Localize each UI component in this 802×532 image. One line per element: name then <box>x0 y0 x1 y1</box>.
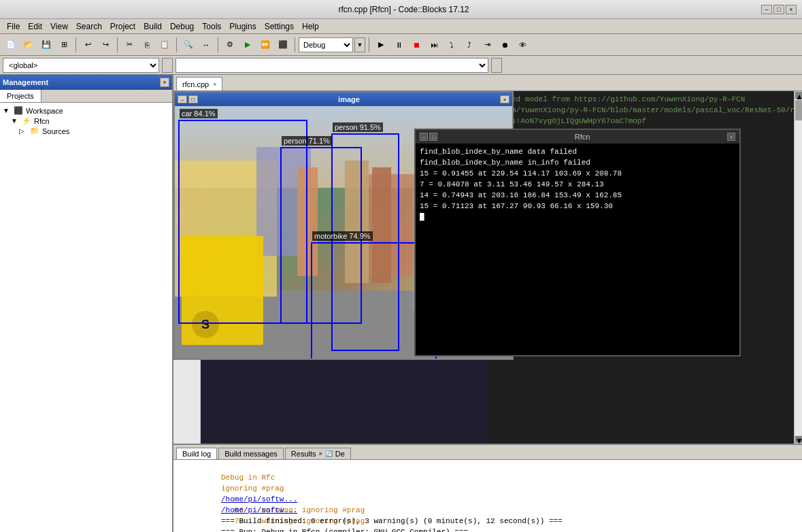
maximize-button[interactable]: □ <box>773 5 784 14</box>
menu-edit[interactable]: Edit <box>24 20 46 33</box>
project-tree: ▼ ⬛ Workspace ▼ ⚡ Rfcn ▷ 📁 Sources <box>0 103 172 532</box>
management-close-button[interactable]: × <box>160 78 169 87</box>
debug-watches-button[interactable]: 👁 <box>514 37 531 53</box>
editor-tab-rfcn[interactable]: rfcn.cpp × <box>176 77 222 90</box>
tab-projects[interactable]: Projects <box>0 90 41 102</box>
results-refresh-icon[interactable]: 🔄 <box>325 450 333 457</box>
scope-toolbar: <global> <box>0 56 802 75</box>
menu-bar: File Edit View Search Project Build Debu… <box>0 19 802 34</box>
terminal-maximize[interactable]: □ <box>429 133 437 141</box>
image-window-maximize[interactable]: □ <box>188 95 198 103</box>
tab-close-icon[interactable]: × <box>213 81 216 88</box>
detection-label-moto: motorbike 74.9% <box>312 231 373 241</box>
debug-pause-button[interactable]: ⏸ <box>390 37 407 53</box>
menu-debug[interactable]: Debug <box>166 20 198 33</box>
terminal-close-controls: × <box>727 133 735 141</box>
close-button[interactable]: × <box>786 5 797 14</box>
detection-label-person1: person 71.1% <box>282 136 332 146</box>
image-window-title-bar: – □ image × <box>175 93 512 106</box>
menu-tools[interactable]: Tools <box>198 20 225 33</box>
scroll-down-arrow[interactable]: ▼ <box>795 436 802 443</box>
copy-button[interactable]: ⎘ <box>139 37 155 53</box>
terminal-line-3: 15 = 0.91455 at 229.54 114.17 103.69 x 2… <box>420 168 735 179</box>
function-scope-select[interactable] <box>176 58 488 73</box>
menu-plugins[interactable]: Plugins <box>225 20 260 33</box>
debug-stop-button[interactable]: ⏹ <box>408 37 424 53</box>
image-window-minimize[interactable]: – <box>178 95 187 103</box>
bottom-tab-build-log[interactable]: Build log <box>176 448 217 459</box>
scroll-up-arrow[interactable]: ▲ <box>795 92 802 99</box>
global-scope-select[interactable]: <global> <box>3 58 159 73</box>
toolbar-separator-1 <box>76 37 76 52</box>
paste-button[interactable]: 📋 <box>156 37 173 53</box>
title-bar: rfcn.cpp [Rfcn] - Code::Blocks 17.12 – □… <box>0 0 802 19</box>
minimize-button[interactable]: – <box>761 5 772 14</box>
title-bar-text: rfcn.cpp [Rfcn] - Code::Blocks 17.12 <box>46 5 761 14</box>
debug-config-select[interactable]: Debug Release <box>299 37 353 52</box>
editor-scrollbar[interactable]: ▲ ▼ <box>794 91 802 444</box>
run-button[interactable]: ▶ <box>239 37 256 53</box>
undo-button[interactable]: ↩ <box>80 37 96 53</box>
find-button[interactable]: 🔍 <box>180 37 197 53</box>
bottom-tab-results[interactable]: Results × 🔄 De <box>285 448 351 459</box>
tree-workspace[interactable]: ▼ ⬛ Workspace <box>3 105 169 116</box>
build-run-button[interactable]: ⏩ <box>257 37 273 53</box>
image-window-close-controls: × <box>500 95 509 103</box>
stop-button[interactable]: ⬛ <box>275 37 291 53</box>
overflow-line-1: trained model from https://github.com/Yu… <box>489 94 791 105</box>
debug-next-button[interactable]: ⏭ <box>426 37 442 53</box>
open-button[interactable]: 📂 <box>20 37 37 53</box>
global-scope-arrow[interactable] <box>162 58 173 73</box>
cut-button[interactable]: ✂ <box>121 37 137 53</box>
rfcn-icon: ⚡ <box>22 116 31 125</box>
terminal-cursor-line: █ <box>420 212 735 222</box>
debug-step-button[interactable]: ⤵ <box>444 37 460 53</box>
content-area: rfcn.cpp × 121 122 123 124 125 126 127 n… <box>173 75 802 532</box>
detection-label-car: car 84.1% <box>180 109 218 118</box>
save-all-button[interactable]: ⊞ <box>56 37 72 53</box>
function-scope-arrow[interactable] <box>491 58 502 73</box>
menu-search[interactable]: Search <box>72 20 106 33</box>
file-link-2[interactable]: /home/pi/softw... <box>221 506 297 514</box>
management-title: Management <box>3 78 48 86</box>
image-window-close[interactable]: × <box>500 95 509 103</box>
menu-build[interactable]: Build <box>139 20 166 33</box>
debug-run-button[interactable]: ▶ <box>373 37 389 53</box>
detection-label-person2: person 91.5% <box>333 122 383 132</box>
bottom-tab-build-messages[interactable]: Build messages <box>218 448 284 459</box>
debug-bp-button[interactable]: ⏺ <box>497 37 513 53</box>
menu-project[interactable]: Project <box>106 20 139 33</box>
redo-button[interactable]: ↪ <box>97 37 114 53</box>
debug-run-to-button[interactable]: ⇥ <box>479 37 495 53</box>
menu-settings[interactable]: Settings <box>261 20 298 33</box>
workspace-toggle[interactable]: ▼ <box>3 107 11 114</box>
terminal-title: Rfcn <box>437 133 727 141</box>
rfcn-toggle[interactable]: ▼ <box>11 117 19 124</box>
management-header: Management × <box>0 75 172 90</box>
bottom-tab-bar: Build log Build messages Results × 🔄 De <box>173 445 802 460</box>
results-close-icon[interactable]: × <box>319 450 322 457</box>
file-link-1[interactable]: /home/pi/softw... <box>221 495 297 503</box>
terminal-minimize[interactable]: – <box>420 133 428 141</box>
menu-file[interactable]: File <box>3 20 24 33</box>
tree-rfcn[interactable]: ▼ ⚡ Rfcn <box>3 116 169 126</box>
menu-help[interactable]: Help <box>298 20 323 33</box>
tree-sources[interactable]: ▷ 📁 Sources <box>3 126 169 136</box>
new-button[interactable]: 📄 <box>3 37 19 53</box>
rfcn-label: Rfcn <box>34 117 50 125</box>
workspace-label: Workspace <box>26 107 63 115</box>
terminal-close[interactable]: × <box>727 133 735 141</box>
management-tabs: Projects <box>0 90 172 103</box>
scroll-thumb[interactable] <box>795 100 802 120</box>
menu-view[interactable]: View <box>46 20 72 33</box>
build-icon[interactable]: ⚙ <box>222 37 238 53</box>
overflow-line-2: ub.com/YuwenXiong/py-R-FCN/blob/master/m… <box>489 105 791 116</box>
debug-config-arrow[interactable]: ▼ <box>354 37 365 52</box>
save-button[interactable]: 💾 <box>38 37 54 53</box>
scroll-track[interactable] <box>795 99 802 435</box>
debug-out-button[interactable]: ⤴ <box>461 37 478 53</box>
sources-toggle[interactable]: ▷ <box>19 127 27 135</box>
replace-button[interactable]: ↔ <box>198 37 214 53</box>
build-log-content: Debug in Rfc ignoring #prag /home/pi/sof… <box>173 460 802 532</box>
sources-label: Sources <box>42 127 69 135</box>
